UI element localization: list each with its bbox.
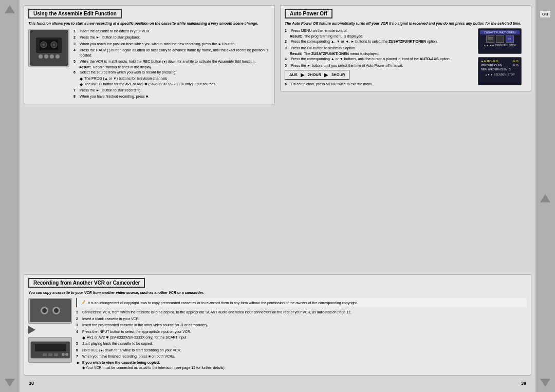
vcr-btn-4 [55, 54, 60, 59]
auto-power-off-title: Auto Power Off [285, 9, 332, 18]
diagram-arrow1: ▶ [301, 72, 305, 78]
rec-step-7: 7 When you have finished recording, pres… [76, 354, 527, 359]
gb-badge: GB [540, 10, 551, 18]
vcr-image [28, 29, 69, 67]
svg-rect-7 [43, 353, 47, 356]
assemble-edit-intro: This function allows you to start a new … [28, 21, 270, 26]
svg-rect-9 [54, 353, 58, 356]
assemble-steps: 1 Insert the cassette to be edited in yo… [73, 29, 270, 101]
arrow-image-row [28, 326, 72, 335]
recording-title: Recording from Another VCR or Camcorder [28, 278, 145, 288]
rec-step-6: 6 Hold REC (●) down for a while to start… [76, 348, 527, 352]
arrow-shape [28, 326, 35, 334]
apo-step-3-result: Result: The ZUSATZFUNKTIONEN menu is dis… [290, 52, 475, 55]
rec-step-2: 2 Insert a blank cassette in your VCR. [76, 316, 527, 321]
recording-intro: You can copy a cassette to your VCR from… [28, 290, 527, 295]
vcr-diagram [30, 30, 68, 66]
reel-right [52, 307, 60, 314]
triangle-up-icon [5, 5, 15, 13]
apo-step-1: 1 Press MENU on the remote control. [285, 28, 475, 33]
vcr-front-svg [30, 339, 71, 361]
auto-power-off-steps: 1 Press MENU on the remote control. Resu… [285, 28, 475, 88]
step-4: 4 Press the F.ADV ( ) button again as of… [73, 48, 270, 58]
apo-step-4: 4 Press the corresponding ▲ or ▼ buttons… [285, 57, 475, 61]
bullet-1: ◆ The PROG (▲ or ▼) buttons for televisi… [80, 77, 270, 81]
apo-step-1-result: Result: The programming menu is displaye… [290, 34, 475, 38]
rec-step-1: 1 Connect the VCR, from which the casset… [76, 310, 527, 314]
svg-point-4 [53, 44, 55, 46]
page-numbers: 38 39 [24, 380, 531, 387]
warning-icon: 📝 [80, 300, 85, 305]
warning-text: It is an infringement of copyright laws … [88, 301, 358, 305]
auto-power-off-section: Auto Power Off The Auto Power Off featur… [280, 5, 531, 91]
svg-point-11 [65, 353, 68, 356]
rec-note: ► If you wish to view the cassette being… [76, 360, 527, 370]
right-menu-images: ZUSATZFUNKTIONEN OK ▲▼ ◄► BEENDE [478, 28, 527, 88]
svg-rect-6 [35, 344, 66, 351]
cassette-image-2 [28, 337, 72, 363]
warning-box: 📝 It is an infringement of copyright law… [76, 298, 527, 308]
diagram-aus: AUS [289, 72, 298, 77]
right-panel: Auto Power Off The Auto Power Off featur… [280, 5, 531, 270]
menu-display-1: ZUSATZFUNKTIONEN OK ▲▼ ◄► BEENDE [478, 28, 522, 54]
step-6: 6 Select the source from which you wish … [73, 70, 270, 74]
bottom-images [28, 298, 72, 372]
bullet-2: ◆ The INPUT button for the AV1 or AV2 ✱ … [80, 82, 270, 87]
step-3: 3 When you reach the position from which… [73, 42, 270, 46]
right-triangle-up-icon [540, 194, 550, 202]
left-panel: Using the Assemble Edit Function This fu… [24, 5, 275, 270]
recording-steps-columns: 1 Connect the VCR, from which the casset… [76, 310, 527, 372]
apo-step-3: 3 Press the OK button to select this opt… [285, 46, 475, 50]
apo-step-2: 2 Press the corresponding ▲, ▼ or ◄, ► b… [285, 39, 475, 44]
diagram-2hour: 2HOUR [308, 72, 321, 77]
apo-step-5: 5 Press the ► button, until you select t… [285, 63, 475, 68]
menu-display-1-title: ZUSATZFUNKTIONEN [480, 30, 520, 34]
assemble-edit-body: 1 Insert the cassette to be edited in yo… [28, 29, 270, 101]
rec-step-5: 5 Start playing back the cassette to be … [76, 341, 527, 346]
step-7: 7 Press the ►II button to start recordin… [73, 88, 270, 92]
top-row: Using the Assemble Edit Function This fu… [24, 5, 531, 270]
step-5-result: Result: Record symbol flashes in the dis… [79, 65, 270, 69]
arrow-diagram: AUS ▶ 2HOUR ▶ 3HOUR [285, 70, 349, 80]
menu-display-1-footer: ▲▼ ◄► BEENDEN: STOP [480, 44, 520, 47]
auto-power-off-note: The Auto Power Off feature automatically… [285, 21, 527, 26]
menu-display-2-footer: ▲▼ ► BEENDEN: STOP [480, 73, 520, 76]
left-sidebar [0, 0, 20, 392]
rec-bullet-1: ◆ AV1 or AV2 ✱ (SV-6333X/SV-2333X only) … [82, 335, 527, 340]
assemble-edit-section: Using the Assemble Edit Function This fu… [24, 5, 275, 104]
svg-point-10 [62, 353, 65, 356]
triangle-down-icon [5, 379, 15, 387]
step-8: 8 When you have finished recording, pres… [73, 94, 270, 99]
diagram-3hour: 3HOUR [331, 72, 345, 77]
auto-power-off-content: 1 Press MENU on the remote control. Resu… [285, 28, 527, 88]
step-2: 2 Press the ►II button to start playback… [73, 35, 270, 40]
vcr-btn-2 [44, 54, 48, 59]
assemble-edit-title: Using the Assemble Edit Function [28, 9, 122, 18]
rec-step-3: 3 Insert the pre-recorded cassette in th… [76, 323, 527, 327]
rec-step-4: 4 Press the INPUT button to select the a… [76, 329, 527, 334]
page-number-left: 38 [29, 381, 34, 386]
vcr-screen [36, 38, 62, 53]
step-5: 5 While the VCR is in still mode, hold t… [73, 59, 270, 64]
right-sidebar-top: GB [540, 5, 551, 18]
svg-point-3 [43, 44, 45, 46]
cassette-image-1 [28, 298, 72, 324]
diagram-arrow2: ▶ [324, 72, 328, 78]
apo-step-6: 6 On completion, press MENU twice to exi… [285, 82, 475, 86]
vcr-controls [39, 54, 60, 59]
right-sidebar: GB [535, 0, 555, 392]
cassette-arrow [28, 326, 35, 335]
vcr-btn-1 [39, 54, 43, 59]
step-1: 1 Insert the cassette to be edited in yo… [73, 29, 270, 33]
recording-section: Recording from Another VCR or Camcorder … [24, 274, 531, 376]
right-triangle-down-icon [540, 379, 550, 387]
cassette-diagram-1 [30, 299, 71, 322]
main-content: Using the Assemble Edit Function This fu… [20, 0, 535, 392]
svg-rect-8 [48, 353, 52, 356]
vcr-btn-3 [50, 54, 54, 59]
recording-steps-left: 1 Connect the VCR, from which the casset… [76, 310, 527, 372]
recording-steps-area: 📝 It is an infringement of copyright law… [76, 298, 527, 372]
menu-display-2: ►AUTO-AUS :AUS WIEDERHOLEN :AUS GER. WIE… [478, 57, 522, 85]
page-number-right: 39 [521, 381, 526, 386]
recording-body: 📝 It is an infringement of copyright law… [28, 298, 527, 372]
